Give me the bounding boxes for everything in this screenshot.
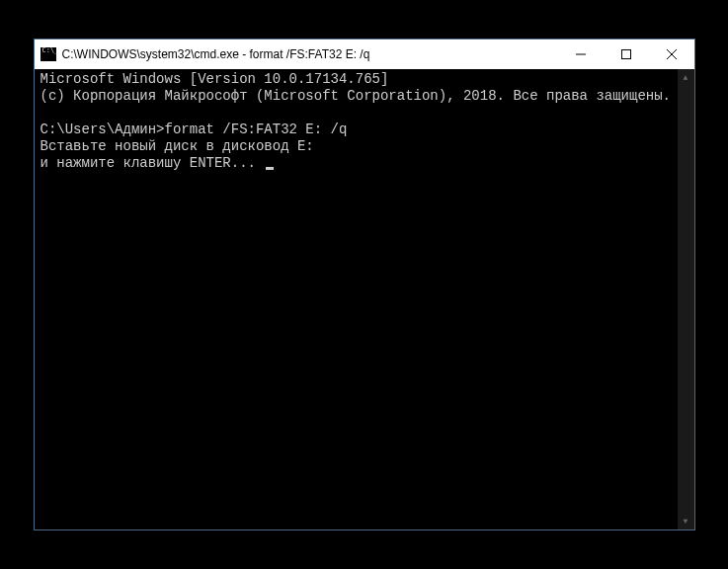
cursor [266,167,274,170]
window-controls [558,40,694,69]
scrollbar[interactable]: ▲ ▼ [678,69,694,529]
terminal-output[interactable]: Microsoft Windows [Version 10.0.17134.76… [35,69,694,529]
window-title: C:\WINDOWS\system32\cmd.exe - format /FS… [62,47,370,61]
output-line: и нажмите клавишу ENTER... [40,155,265,171]
output-line: Вставьте новый диск в дисковод E: [40,138,314,154]
maximize-button[interactable] [604,40,649,69]
cmd-window: C:\WINDOWS\system32\cmd.exe - format /FS… [34,39,695,530]
output-line: (c) Корпорация Майкрософт (Microsoft Cor… [40,88,672,104]
close-button[interactable] [649,40,694,69]
command-text: format /FS:FAT32 E: /q [165,122,348,137]
prompt: C:\Users\Админ> [40,122,165,137]
titlebar[interactable]: C:\WINDOWS\system32\cmd.exe - format /FS… [35,40,694,69]
output-line: Microsoft Windows [Version 10.0.17134.76… [40,71,389,87]
svg-rect-1 [621,50,630,59]
scroll-down-icon[interactable]: ▼ [678,513,694,529]
scroll-up-icon[interactable]: ▲ [678,69,694,86]
cmd-icon [40,47,56,61]
minimize-button[interactable] [558,40,604,69]
